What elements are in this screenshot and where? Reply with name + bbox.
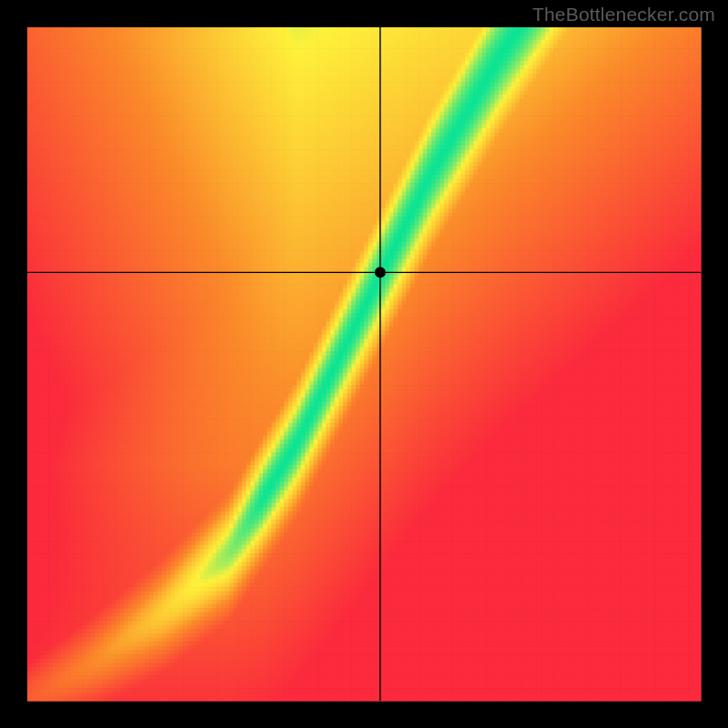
- chart-container: TheBottlenecker.com: [0, 0, 728, 728]
- bottleneck-heatmap: [0, 0, 728, 728]
- watermark-label: TheBottlenecker.com: [532, 4, 715, 25]
